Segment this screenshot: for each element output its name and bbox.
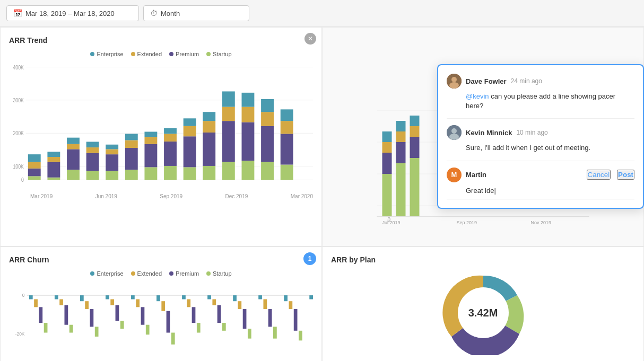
svg-rect-29 xyxy=(106,145,118,149)
svg-rect-138 xyxy=(294,309,298,331)
interval-icon: ⏱ xyxy=(150,9,158,17)
churn-legend-enterprise: Enterprise xyxy=(90,270,123,277)
comment-divider-1 xyxy=(447,118,634,119)
svg-rect-96 xyxy=(29,295,33,299)
svg-rect-63 xyxy=(281,134,293,164)
svg-rect-28 xyxy=(106,149,118,154)
svg-rect-100 xyxy=(55,295,58,299)
reply-author: Martin xyxy=(466,171,486,179)
svg-rect-118 xyxy=(167,311,170,333)
svg-rect-109 xyxy=(110,299,114,305)
svg-rect-41 xyxy=(164,128,177,134)
comment-dave: Dave Fowler 24 min ago @kevin can you pl… xyxy=(447,74,634,111)
arr-total: 3.42M xyxy=(468,307,498,319)
svg-point-92 xyxy=(449,134,459,140)
svg-rect-102 xyxy=(64,305,68,325)
date-picker[interactable]: 📅 Mar 18, 2019 – Mar 18, 2020 xyxy=(6,5,139,21)
svg-rect-74 xyxy=(382,142,392,153)
svg-text:0: 0 xyxy=(22,293,25,298)
svg-rect-30 xyxy=(125,170,138,180)
avatar-martin: M xyxy=(447,168,462,182)
comment-kevin: Kevin Minnick 10 min ago Sure, I'll add … xyxy=(447,125,634,153)
comment-divider-2 xyxy=(447,161,634,161)
svg-rect-20 xyxy=(67,144,80,149)
svg-rect-21 xyxy=(67,138,80,144)
svg-rect-58 xyxy=(261,162,274,180)
arr-churn-chart: 0 -20K xyxy=(9,281,313,350)
svg-rect-130 xyxy=(243,309,247,329)
svg-rect-134 xyxy=(268,309,272,327)
svg-rect-37 xyxy=(144,132,157,137)
svg-rect-75 xyxy=(382,131,392,142)
cancel-button[interactable]: Cancel xyxy=(587,170,611,180)
comment-panel: Dave Fowler 24 min ago @kevin can you pl… xyxy=(437,64,644,209)
svg-rect-17 xyxy=(47,152,60,157)
svg-rect-38 xyxy=(164,166,177,180)
svg-rect-73 xyxy=(382,153,392,174)
svg-rect-43 xyxy=(184,136,196,167)
svg-rect-98 xyxy=(39,307,42,323)
churn-legend-premium: Premium xyxy=(169,270,199,277)
comment-text-dave: @kevin can you please add a line showing… xyxy=(447,92,634,111)
svg-rect-120 xyxy=(182,295,186,299)
svg-rect-46 xyxy=(203,166,215,180)
svg-rect-114 xyxy=(141,307,145,324)
svg-rect-106 xyxy=(90,309,94,327)
svg-text:100K: 100K xyxy=(13,163,24,170)
arr-trend-card: ARR Trend ✕ Enterprise Extended Premium … xyxy=(0,27,322,246)
churn-legend-extended: Extended xyxy=(131,270,162,277)
svg-rect-104 xyxy=(80,295,84,301)
svg-rect-80 xyxy=(410,158,420,216)
svg-rect-27 xyxy=(106,154,118,171)
svg-rect-108 xyxy=(106,295,109,299)
svg-text:Nov 2019: Nov 2019 xyxy=(531,220,552,225)
interval-picker[interactable]: ⏱ Month xyxy=(143,5,249,21)
arr-by-plan-title: ARR by Plan xyxy=(331,256,635,264)
svg-text:400K: 400K xyxy=(13,64,24,70)
donut-chart: 3.42M xyxy=(331,270,635,355)
svg-rect-49 xyxy=(203,112,215,121)
comment-time-dave: 24 min ago xyxy=(511,77,542,85)
svg-rect-79 xyxy=(396,121,406,131)
comment-time-kevin: 10 min ago xyxy=(516,129,547,136)
svg-rect-48 xyxy=(203,121,215,133)
svg-rect-60 xyxy=(261,112,274,126)
notification-badge: 1 xyxy=(303,252,316,265)
svg-rect-128 xyxy=(233,295,237,301)
svg-rect-111 xyxy=(120,321,124,329)
reply-section: M Martin Cancel Post Great ide| xyxy=(447,168,634,199)
svg-rect-135 xyxy=(273,327,277,338)
svg-rect-23 xyxy=(86,153,99,171)
date-range-label: Mar 18, 2019 – Mar 18, 2020 xyxy=(25,10,115,17)
post-button[interactable]: Post xyxy=(617,170,634,180)
svg-rect-61 xyxy=(261,99,274,112)
legend-extended: Extended xyxy=(131,51,162,57)
svg-rect-33 xyxy=(125,134,138,140)
svg-rect-124 xyxy=(207,295,211,299)
svg-rect-121 xyxy=(187,299,190,307)
svg-rect-42 xyxy=(184,167,196,180)
x-label-dec19: Dec 2019 xyxy=(225,193,248,199)
svg-point-89 xyxy=(449,82,459,89)
svg-rect-52 xyxy=(222,107,235,121)
reply-text-input[interactable]: Great ide| xyxy=(447,187,634,199)
svg-rect-36 xyxy=(144,137,157,144)
legend-startup: Startup xyxy=(206,51,231,57)
svg-rect-116 xyxy=(156,295,160,301)
svg-rect-103 xyxy=(69,325,73,333)
arr-trend-title: ARR Trend xyxy=(9,36,313,45)
svg-rect-125 xyxy=(212,299,216,305)
legend-premium: Premium xyxy=(169,51,199,57)
churn-legend-startup: Startup xyxy=(206,270,231,277)
svg-rect-13 xyxy=(28,154,41,162)
close-button[interactable]: ✕ xyxy=(304,33,316,45)
svg-rect-115 xyxy=(146,325,150,335)
svg-rect-133 xyxy=(263,299,267,309)
svg-rect-47 xyxy=(203,133,215,166)
svg-rect-97 xyxy=(34,299,38,307)
top-bar: 📅 Mar 18, 2019 – Mar 18, 2020 ⏱ Month xyxy=(0,0,644,27)
svg-rect-139 xyxy=(299,331,302,341)
svg-rect-72 xyxy=(382,174,392,216)
svg-rect-107 xyxy=(95,327,99,337)
svg-rect-117 xyxy=(161,301,165,311)
